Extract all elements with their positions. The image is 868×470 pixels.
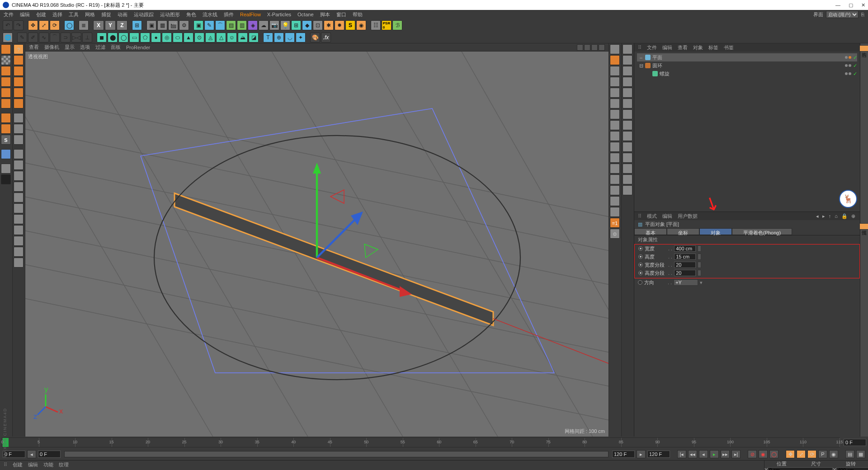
om-edit[interactable]: 编辑 [662,44,672,51]
mm-create[interactable]: 创建 [13,461,23,468]
rt-12[interactable] [610,164,620,174]
menu-octane[interactable]: Octane [297,12,313,17]
prop-spinner[interactable] [698,262,701,268]
rt-13[interactable] [610,174,620,184]
rt-eq1[interactable]: =1 [610,218,620,228]
prim-torus[interactable]: ◎ [162,33,172,42]
vp-nav2[interactable] [584,44,590,51]
t2-sketch[interactable]: ✐ [28,33,38,42]
deformer[interactable]: ◈ [248,20,258,30]
step-back[interactable]: ◂◂ [688,450,697,458]
om-file[interactable]: 文件 [647,44,657,51]
vp-prorender[interactable]: ProRender [126,45,150,50]
play-back[interactable]: ◂ [699,450,708,458]
goto-end[interactable]: ▸| [731,450,741,458]
menu-motiontracker[interactable]: 运动跟踪 [134,11,154,18]
camera[interactable]: 📷 [269,20,279,30]
lt-lasso[interactable] [14,77,24,87]
menu-script[interactable]: 脚本 [320,11,330,18]
tree-toggle[interactable]: – [639,55,643,60]
lt-align[interactable] [14,113,24,123]
menu-xparticles[interactable]: X-Particles [267,12,291,17]
poly-mode[interactable] [1,88,11,98]
menu-mograph[interactable]: 运动图形 [160,11,180,18]
rt2-12[interactable] [623,164,632,174]
spline-pen[interactable]: ✎ [204,20,214,30]
rt-10[interactable] [610,142,620,152]
tree-row-圆环[interactable]: ⊟圆环✓ [637,61,857,70]
content-browser[interactable]: ☷ [371,20,381,30]
coord-size-X[interactable] [836,467,868,470]
lt-grid11[interactable] [14,258,24,268]
rt2-9[interactable] [623,131,632,141]
lt-grid5[interactable] [14,193,24,202]
time-end-frames[interactable] [844,439,866,446]
lt-align3[interactable] [14,135,24,145]
vp-view[interactable]: 查看 [29,44,39,51]
prop-radio[interactable] [638,263,643,267]
prim-pyramid[interactable]: ◬ [205,33,215,42]
prop-spinner[interactable] [698,270,701,276]
prim-fig[interactable]: ☺ [227,33,237,42]
move-tool[interactable]: ✥ [28,20,38,30]
lock-y[interactable]: Y [105,20,116,30]
orient-select[interactable]: +Y [674,279,698,286]
time-current[interactable] [38,451,61,458]
coord-pos-X[interactable] [768,467,833,470]
mouse-mode[interactable] [1,124,11,134]
lt-pick[interactable] [14,99,24,108]
prop-value-宽度分段[interactable] [674,262,696,268]
xp-button2[interactable]: ✹ [335,20,344,30]
render-settings[interactable]: ⚙ [179,20,189,30]
spline-arc2[interactable]: ◡ [285,33,295,42]
k-pos[interactable]: ✥ [786,450,795,458]
t2-proj[interactable]: ⊥ [82,33,92,42]
rt-7[interactable] [610,109,620,119]
k-param[interactable]: P [818,450,827,458]
viewport[interactable]: y x z 透视视图 网格间距 : 100 cm [25,52,609,437]
rt-11[interactable] [610,153,620,163]
goto-start[interactable]: |◂ [677,450,686,458]
rt2-8[interactable] [623,120,632,130]
t2-mirror[interactable]: ▷◁ [71,33,81,42]
xp-button[interactable]: ✱ [324,20,334,30]
max-button[interactable]: ▢ [849,2,853,8]
tree-toggle[interactable]: ⊟ [639,63,643,69]
lt-grid2[interactable] [14,160,24,170]
menu-create[interactable]: 创建 [36,11,46,18]
rt-8[interactable] [610,120,620,130]
undo-button[interactable]: ↶ [3,20,13,30]
vtab-attr[interactable]: 属性 [859,223,868,230]
axis-mode[interactable] [1,113,11,123]
solo-mode[interactable] [1,174,11,184]
generator-subdiv[interactable]: ▤ [226,20,236,30]
tree-row-螺旋[interactable]: 螺旋✓ [637,70,857,78]
environment[interactable]: ☁ [259,20,269,30]
rt2-6[interactable] [623,99,632,108]
lt-grid9[interactable] [14,236,24,246]
rec-button[interactable]: ⊘ [748,450,757,458]
spline-text[interactable]: T [263,33,273,42]
prim-cylinder[interactable]: ⬤ [108,33,118,42]
prim-capsule[interactable]: ⬭ [173,33,183,42]
vp-nav1[interactable] [577,44,583,51]
prim-plane[interactable]: ▭ [129,33,139,42]
prop-radio[interactable] [638,254,643,259]
vp-opt[interactable]: 选项 [80,44,90,51]
prim-land[interactable]: ⛰ [238,33,248,42]
lt-grid4[interactable] [14,182,24,192]
vp-nav3[interactable] [591,44,598,51]
rt-5[interactable] [610,88,620,98]
time-end[interactable] [612,451,635,458]
attr-new[interactable]: ⊕ [851,213,856,219]
menu-animate[interactable]: 动画 [118,11,127,18]
point-mode[interactable] [1,99,11,108]
layout-select[interactable]: 启动 (用户) [826,11,859,18]
lt-grid8[interactable] [14,225,24,235]
menu-pipeline[interactable]: 流水线 [203,11,217,18]
magnet-mode[interactable] [1,149,11,159]
rt2-10[interactable] [623,142,632,152]
tree-row-平面[interactable]: –平面✓ [637,53,857,61]
lt-grid1[interactable] [14,149,24,159]
om-obj[interactable]: 对象 [693,44,703,51]
